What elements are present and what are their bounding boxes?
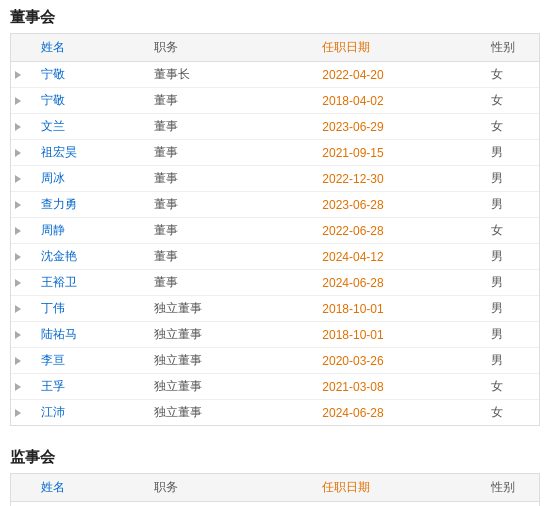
person-date: 2024-06-28 bbox=[314, 270, 483, 296]
person-date: 2023-06-28 bbox=[314, 192, 483, 218]
table-row[interactable]: 查力勇 董事 2023-06-28 男 bbox=[11, 192, 539, 218]
supervisory-table-container: 姓名 职务 任职日期 性别 何涛 监事会主席 2022-06-29 男 何涛 监… bbox=[10, 473, 540, 506]
person-date: 2021-09-15 bbox=[314, 140, 483, 166]
person-name[interactable]: 江沛 bbox=[33, 400, 145, 426]
person-name[interactable]: 周静 bbox=[33, 218, 145, 244]
table-row[interactable]: 陆祐马 独立董事 2018-10-01 男 bbox=[11, 322, 539, 348]
table-row[interactable]: 祖宏昊 董事 2021-09-15 男 bbox=[11, 140, 539, 166]
table-row[interactable]: 李亘 独立董事 2020-03-26 男 bbox=[11, 348, 539, 374]
person-name[interactable]: 周冰 bbox=[33, 166, 145, 192]
arrow-icon bbox=[11, 140, 33, 166]
arrow-icon bbox=[11, 166, 33, 192]
person-date: 2018-10-01 bbox=[314, 296, 483, 322]
person-name[interactable]: 王裕卫 bbox=[33, 270, 145, 296]
board-table-container: 姓名 职务 任职日期 性别 宁敬 董事长 2022-04-20 女 宁敬 董事 … bbox=[10, 33, 540, 426]
person-name[interactable]: 沈金艳 bbox=[33, 244, 145, 270]
person-date: 2023-06-29 bbox=[314, 114, 483, 140]
table-row[interactable]: 沈金艳 董事 2024-04-12 男 bbox=[11, 244, 539, 270]
table-row[interactable]: 王孚 独立董事 2021-03-08 女 bbox=[11, 374, 539, 400]
person-role: 独立董事 bbox=[146, 400, 315, 426]
supervisory-col-date: 任职日期 bbox=[314, 474, 483, 502]
person-gender: 女 bbox=[483, 62, 539, 88]
person-gender: 男 bbox=[483, 270, 539, 296]
person-role: 董事 bbox=[146, 114, 315, 140]
person-role: 董事 bbox=[146, 88, 315, 114]
supervisory-col-role: 职务 bbox=[146, 474, 315, 502]
arrow-icon bbox=[11, 218, 33, 244]
supervisory-section: 监事会 姓名 职务 任职日期 性别 何涛 监事会主席 2022-06-29 男 … bbox=[0, 440, 550, 506]
person-role: 董事长 bbox=[146, 62, 315, 88]
person-date: 2022-04-20 bbox=[314, 62, 483, 88]
person-name[interactable]: 宁敬 bbox=[33, 88, 145, 114]
person-name[interactable]: 祖宏昊 bbox=[33, 140, 145, 166]
person-role: 独立董事 bbox=[146, 348, 315, 374]
person-name[interactable]: 丁伟 bbox=[33, 296, 145, 322]
person-role: 董事 bbox=[146, 270, 315, 296]
person-gender: 女 bbox=[483, 400, 539, 426]
person-gender: 男 bbox=[483, 244, 539, 270]
person-role: 独立董事 bbox=[146, 296, 315, 322]
person-gender: 女 bbox=[483, 114, 539, 140]
person-role: 独立董事 bbox=[146, 322, 315, 348]
person-gender: 女 bbox=[483, 218, 539, 244]
arrow-icon bbox=[11, 192, 33, 218]
person-gender: 女 bbox=[483, 374, 539, 400]
person-date: 2020-03-26 bbox=[314, 348, 483, 374]
table-row[interactable]: 丁伟 独立董事 2018-10-01 男 bbox=[11, 296, 539, 322]
table-row[interactable]: 王裕卫 董事 2024-06-28 男 bbox=[11, 270, 539, 296]
person-gender: 女 bbox=[483, 88, 539, 114]
supervisory-col-gender: 性别 bbox=[483, 474, 539, 502]
table-row[interactable]: 何涛 监事会主席 2022-06-29 男 bbox=[11, 502, 539, 507]
table-row[interactable]: 宁敬 董事 2018-04-02 女 bbox=[11, 88, 539, 114]
arrow-icon bbox=[11, 374, 33, 400]
person-name[interactable]: 查力勇 bbox=[33, 192, 145, 218]
person-date: 2022-06-28 bbox=[314, 218, 483, 244]
arrow-icon bbox=[11, 88, 33, 114]
person-role: 董事 bbox=[146, 218, 315, 244]
person-date: 2022-06-29 bbox=[314, 502, 483, 507]
table-row[interactable]: 江沛 独立董事 2024-06-28 女 bbox=[11, 400, 539, 426]
arrow-icon bbox=[11, 322, 33, 348]
arrow-icon bbox=[11, 400, 33, 426]
person-date: 2018-04-02 bbox=[314, 88, 483, 114]
supervisory-col-icon bbox=[11, 474, 33, 502]
supervisory-header-row: 姓名 职务 任职日期 性别 bbox=[11, 474, 539, 502]
person-name[interactable]: 王孚 bbox=[33, 374, 145, 400]
person-date: 2024-06-28 bbox=[314, 400, 483, 426]
person-gender: 男 bbox=[483, 296, 539, 322]
person-gender: 男 bbox=[483, 192, 539, 218]
person-gender: 男 bbox=[483, 348, 539, 374]
board-col-date: 任职日期 bbox=[314, 34, 483, 62]
board-col-name: 姓名 bbox=[33, 34, 145, 62]
table-row[interactable]: 周冰 董事 2022-12-30 男 bbox=[11, 166, 539, 192]
arrow-icon bbox=[11, 296, 33, 322]
person-date: 2018-10-01 bbox=[314, 322, 483, 348]
board-col-icon bbox=[11, 34, 33, 62]
person-name[interactable]: 何涛 bbox=[33, 502, 145, 507]
person-name[interactable]: 李亘 bbox=[33, 348, 145, 374]
person-name[interactable]: 文兰 bbox=[33, 114, 145, 140]
person-date: 2021-03-08 bbox=[314, 374, 483, 400]
supervisory-table: 姓名 职务 任职日期 性别 何涛 监事会主席 2022-06-29 男 何涛 监… bbox=[11, 474, 539, 506]
person-gender: 男 bbox=[483, 166, 539, 192]
supervisory-col-name: 姓名 bbox=[33, 474, 145, 502]
person-name[interactable]: 宁敬 bbox=[33, 62, 145, 88]
person-role: 监事会主席 bbox=[146, 502, 315, 507]
board-col-role: 职务 bbox=[146, 34, 315, 62]
supervisory-title: 监事会 bbox=[0, 440, 550, 473]
table-row[interactable]: 周静 董事 2022-06-28 女 bbox=[11, 218, 539, 244]
person-date: 2024-04-12 bbox=[314, 244, 483, 270]
person-gender: 男 bbox=[483, 322, 539, 348]
person-date: 2022-12-30 bbox=[314, 166, 483, 192]
board-title: 董事会 bbox=[0, 0, 550, 33]
arrow-icon bbox=[11, 244, 33, 270]
person-role: 董事 bbox=[146, 140, 315, 166]
person-role: 董事 bbox=[146, 244, 315, 270]
person-role: 董事 bbox=[146, 166, 315, 192]
person-role: 独立董事 bbox=[146, 374, 315, 400]
table-row[interactable]: 宁敬 董事长 2022-04-20 女 bbox=[11, 62, 539, 88]
table-row[interactable]: 文兰 董事 2023-06-29 女 bbox=[11, 114, 539, 140]
board-header-row: 姓名 职务 任职日期 性别 bbox=[11, 34, 539, 62]
board-col-gender: 性别 bbox=[483, 34, 539, 62]
person-name[interactable]: 陆祐马 bbox=[33, 322, 145, 348]
